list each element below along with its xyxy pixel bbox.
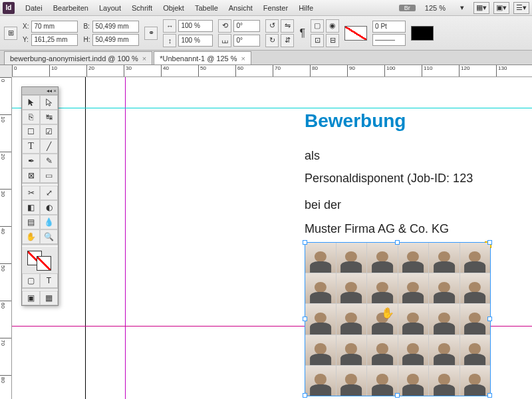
horizontal-ruler[interactable]: 0102030405060708090100110120130 <box>12 65 532 77</box>
scale-x-field[interactable]: 100 % <box>178 20 213 32</box>
normal-view-icon[interactable]: ▣ <box>22 291 40 305</box>
eyedropper-tool[interactable]: 💧 <box>40 215 58 229</box>
x-field[interactable]: 70 mm <box>31 21 78 33</box>
photo-cell <box>460 304 491 334</box>
page-tool[interactable]: ⎘ <box>22 110 40 124</box>
scissors-tool[interactable]: ✂ <box>22 186 40 200</box>
rectangle-frame-tool[interactable]: ⊠ <box>22 168 40 183</box>
arrange-icon[interactable]: ☰▾ <box>513 2 529 14</box>
selection-handle[interactable] <box>487 393 492 398</box>
zoom-level[interactable]: 125 % <box>420 4 451 12</box>
screen-mode-icon[interactable]: ▣▾ <box>493 2 509 14</box>
select-content-icon[interactable]: ◉ <box>326 19 339 33</box>
selection-tool[interactable] <box>22 95 40 110</box>
dropdown-icon[interactable]: ▾ <box>455 3 469 12</box>
close-icon[interactable]: × <box>142 55 146 63</box>
shear-field[interactable]: 0° <box>233 35 260 47</box>
stroke-weight-field[interactable]: 0 Pt <box>372 21 406 33</box>
selection-handle[interactable] <box>487 317 492 321</box>
photo-cell <box>367 304 398 334</box>
fit-content-icon[interactable]: ⊡ <box>311 34 324 47</box>
width-field[interactable]: 50,499 mm <box>92 21 139 33</box>
body-text[interactable]: bei der <box>305 198 341 212</box>
photo-cell <box>336 335 367 365</box>
line-tool[interactable]: ╱ <box>40 139 58 154</box>
content-collector-tool[interactable]: ☐ <box>22 124 40 139</box>
fill-stroke-control[interactable] <box>22 247 58 273</box>
photo-cell <box>336 366 367 396</box>
constrain-icon[interactable]: ⚭ <box>144 27 158 40</box>
height-field[interactable]: 50,499 mm <box>92 34 139 46</box>
free-transform-tool[interactable]: ⤢ <box>40 186 58 200</box>
tools-panel[interactable]: ◂◂ × ⎘ ↹ ☐ ☑ T ╱ ✒ ✎ ⊠ ▭ ✂ ⤢ ◧ ◐ ▤ 💧 ✋ 🔍 <box>21 86 59 306</box>
fit-frame-icon[interactable]: ⊟ <box>326 34 339 47</box>
body-text[interactable]: Muster Firma AG & Co. KG <box>305 222 449 236</box>
flip-v-icon[interactable]: ⇵ <box>281 34 294 47</box>
selection-handle[interactable] <box>395 393 400 398</box>
type-tool[interactable]: T <box>22 139 40 154</box>
stroke-box[interactable] <box>37 256 51 271</box>
body-text[interactable]: Personaldisponent (Job-ID: 123 <box>305 172 473 186</box>
selection-handle[interactable] <box>303 317 307 321</box>
gradient-swatch-tool[interactable]: ◧ <box>22 200 40 215</box>
hand-tool[interactable]: ✋ <box>22 229 40 244</box>
document-canvas[interactable]: Bewerbung als Personaldisponent (Job-ID:… <box>12 77 532 399</box>
selection-handle[interactable] <box>303 240 307 245</box>
formatting-container-icon[interactable]: ▢ <box>22 273 40 288</box>
menu-fenster[interactable]: Fenster <box>258 4 293 12</box>
paragraph-icon[interactable]: ¶ <box>299 27 305 39</box>
bridge-icon[interactable]: Br <box>399 5 416 11</box>
page-edge <box>85 77 86 399</box>
placed-image-frame[interactable] <box>305 242 491 396</box>
photo-cell <box>305 273 336 303</box>
direct-selection-tool[interactable] <box>40 95 58 110</box>
menu-schrift[interactable]: Schrift <box>126 4 158 12</box>
pencil-tool[interactable]: ✎ <box>40 154 58 168</box>
vertical-ruler[interactable]: 01020304050607080 <box>0 77 12 399</box>
tab-label: *Unbenannt-1 @ 125 % <box>160 55 237 63</box>
rotation-field[interactable]: 0° <box>233 20 260 32</box>
content-placer-tool[interactable]: ☑ <box>40 124 58 139</box>
x-label: X: <box>23 23 29 30</box>
gap-tool[interactable]: ↹ <box>40 110 58 124</box>
close-icon[interactable]: × <box>241 55 245 63</box>
stroke-style-field[interactable]: ——— <box>372 34 406 46</box>
body-text[interactable]: als <box>305 149 320 163</box>
photo-cell <box>305 366 336 396</box>
selection-handle[interactable] <box>487 240 492 245</box>
select-container-icon[interactable]: ▢ <box>311 19 324 33</box>
photo-cell <box>429 273 460 303</box>
tab-doc-2[interactable]: *Unbenannt-1 @ 125 %× <box>154 51 251 65</box>
selection-handle[interactable] <box>303 393 307 398</box>
reference-point-icon[interactable]: ⊞ <box>4 27 17 40</box>
tab-doc-1[interactable]: bewerbung-anonymisiert.indd @ 100 %× <box>4 51 152 65</box>
gradient-feather-tool[interactable]: ◐ <box>40 200 58 215</box>
note-tool[interactable]: ▤ <box>22 215 40 229</box>
heading-text[interactable]: Bewerbung <box>305 110 406 132</box>
menu-datei[interactable]: Datei <box>20 4 48 12</box>
selection-handle[interactable] <box>395 240 400 245</box>
fill-swatch[interactable] <box>344 26 367 41</box>
rotate-ccw-icon[interactable]: ↺ <box>265 19 279 33</box>
zoom-tool[interactable]: 🔍 <box>40 229 58 244</box>
menu-bearbeiten[interactable]: Bearbeiten <box>48 4 94 12</box>
shear-icon: ⧢ <box>218 34 231 47</box>
menu-layout[interactable]: Layout <box>94 4 126 12</box>
menu-tabelle[interactable]: Tabelle <box>190 4 223 12</box>
flip-h-icon[interactable]: ⇋ <box>281 19 294 33</box>
stroke-swatch[interactable] <box>411 26 434 41</box>
view-options-icon[interactable]: ▦▾ <box>473 2 489 14</box>
menu-hilfe[interactable]: Hilfe <box>293 4 319 12</box>
rectangle-tool[interactable]: ▭ <box>40 168 58 183</box>
guide-horizontal[interactable] <box>12 108 532 108</box>
scale-y-field[interactable]: 100 % <box>178 35 213 47</box>
panel-collapse-icon[interactable]: ◂◂ × <box>22 87 58 95</box>
formatting-text-icon[interactable]: T <box>40 273 58 288</box>
y-field[interactable]: 161,25 mm <box>31 34 78 46</box>
menu-ansicht[interactable]: Ansicht <box>223 4 258 12</box>
rotate-cw-icon[interactable]: ↻ <box>265 34 279 47</box>
pen-tool[interactable]: ✒ <box>22 154 40 168</box>
guide-vertical[interactable] <box>125 77 126 399</box>
menu-objekt[interactable]: Objekt <box>158 4 190 12</box>
preview-icon[interactable]: ▦ <box>40 291 58 305</box>
